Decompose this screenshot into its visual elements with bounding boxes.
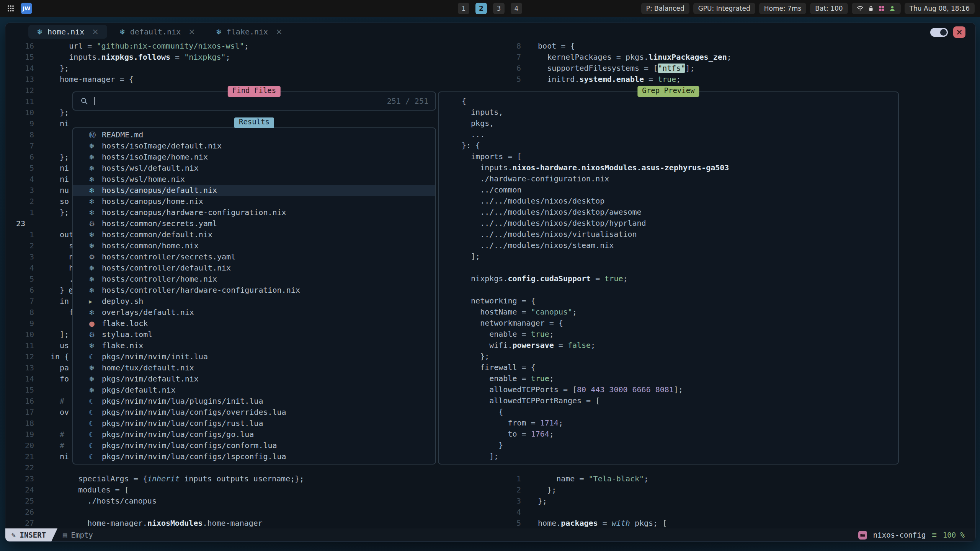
result-item[interactable]: ☾pkgs/nvim/nvim/lua/configs/rust.lua xyxy=(73,418,435,429)
code-text xyxy=(34,96,51,107)
result-item[interactable]: ☾pkgs/nvim/nvim/lua/plugins/init.lua xyxy=(73,396,435,407)
topbar-modules: P: BalancedGPU: IntegratedHome: 7msBat: … xyxy=(641,3,848,14)
code-text: networkmanager = { xyxy=(445,318,563,329)
code-text: outp xyxy=(34,229,78,240)
line-number: 21 xyxy=(5,451,34,462)
code-text: }; xyxy=(34,63,69,74)
result-item[interactable]: ❄hosts/canopus/hardware-configuration.ni… xyxy=(73,207,435,218)
user-icon[interactable] xyxy=(889,5,896,12)
line-number: 13 xyxy=(5,362,34,373)
result-item[interactable]: ❄hosts/common/default.nix xyxy=(73,229,435,240)
result-item[interactable]: ❄hosts/isoImage/home.nix xyxy=(73,152,435,163)
result-item[interactable]: ⚙hosts/controller/secrets.yaml xyxy=(73,251,435,262)
wifi-icon[interactable] xyxy=(857,5,864,12)
code-text: ni xyxy=(34,174,69,185)
result-label: pkgs/default.nix xyxy=(102,385,176,396)
result-item[interactable]: ❄flake.nix xyxy=(73,340,435,351)
preview-panel: { inputs, pkgs, ...}: { imports = [ inpu… xyxy=(438,91,899,465)
code-text: { xyxy=(445,96,466,107)
result-item[interactable]: ☾pkgs/nvim/nvim/lua/configs/lspconfig.lu… xyxy=(73,451,435,462)
screenshare-icon[interactable] xyxy=(878,5,885,12)
file-segment: ▤ Empty xyxy=(63,531,93,539)
apps-grid-icon[interactable] xyxy=(7,5,15,12)
code-text: inputs.nixpkgs.follows = "nixpkgs"; xyxy=(34,52,230,63)
line-number: 5 xyxy=(510,518,521,529)
tab-close-icon[interactable]: × xyxy=(188,27,195,36)
line-number: 22 xyxy=(5,462,34,473)
code-text: boot = { xyxy=(521,41,575,52)
code-line: imports = [ xyxy=(445,151,729,162)
result-item[interactable]: ❄hosts/wsl/home.nix xyxy=(73,174,435,185)
code-line: enable = true; xyxy=(445,329,729,340)
code-text xyxy=(34,507,51,518)
code-text xyxy=(34,418,51,429)
tab-home-nix[interactable]: ❄home.nix× xyxy=(28,25,107,39)
code-line: 25 ./hosts/canopus xyxy=(5,496,510,507)
result-item[interactable]: ▸deploy.sh xyxy=(73,296,435,307)
code-text: }; xyxy=(521,496,547,507)
tab-close-icon[interactable]: × xyxy=(276,27,283,36)
workspace-button-2[interactable]: 2 xyxy=(475,3,487,14)
folder-icon xyxy=(858,531,867,540)
repo-name[interactable]: nixos-config xyxy=(873,531,926,539)
code-line: nixpkgs.config.cudaSupport = true; xyxy=(445,273,729,284)
right-top-editor-pane[interactable]: 8 boot = {7 kernelPackages = pkgs.linuxP… xyxy=(510,41,975,85)
code-text: fo xyxy=(34,373,69,385)
result-item[interactable]: ☾pkgs/nvim/nvim/init.lua xyxy=(73,351,435,362)
result-item[interactable]: ☾pkgs/nvim/nvim/lua/configs/go.lua xyxy=(73,429,435,440)
nix-icon: ❄ xyxy=(89,152,102,163)
lock-icon[interactable] xyxy=(867,5,874,12)
code-text: ./hosts/canopus xyxy=(34,496,157,507)
line-number: 11 xyxy=(5,96,34,107)
nix-icon: ❄ xyxy=(89,373,102,385)
result-item[interactable]: ☾pkgs/nvim/nvim/lua/configs/overrides.lu… xyxy=(73,407,435,418)
code-text: kernelPackages = pkgs.linuxPackages_zen; xyxy=(521,52,732,63)
workspace-button-4[interactable]: 4 xyxy=(511,3,522,14)
workspace-button-1[interactable]: 1 xyxy=(458,3,469,14)
line-number: 2 xyxy=(510,484,521,496)
right-bottom-editor-pane[interactable]: 1 name = "Tela-black";2 };3 };45 home.pa… xyxy=(510,473,975,529)
result-item[interactable]: ❄hosts/controller/hardware-configuration… xyxy=(73,285,435,296)
mode-label: INSERT xyxy=(20,531,46,539)
result-item[interactable]: ☾pkgs/nvim/nvim/lua/configs/conform.lua xyxy=(73,440,435,451)
code-text: ni xyxy=(34,251,78,262)
code-line: ./hardware-configuration.nix xyxy=(445,173,729,184)
code-text: fo xyxy=(34,307,78,318)
tab-default-nix[interactable]: ❄default.nix× xyxy=(111,25,204,39)
window-close-button[interactable]: × xyxy=(953,26,965,38)
code-text: in xyxy=(34,296,69,307)
clock[interactable]: Thu Aug 08, 18:16 xyxy=(905,3,975,14)
result-item[interactable]: ⚙hosts/common/secrets.yaml xyxy=(73,218,435,229)
result-item[interactable]: ❄pkgs/default.nix xyxy=(73,385,435,396)
tab-flake-nix[interactable]: ❄flake.nix× xyxy=(207,25,291,39)
workspace-button-3[interactable]: 3 xyxy=(493,3,505,14)
code-line: 13 home-manager = { xyxy=(5,74,510,85)
code-text: ./hardware-configuration.nix xyxy=(445,173,609,184)
result-item[interactable]: ❄overlays/default.nix xyxy=(73,307,435,318)
code-text: ]; xyxy=(445,251,480,262)
result-item[interactable]: ●flake.lock xyxy=(73,318,435,329)
result-item[interactable]: ❄hosts/controller/home.nix xyxy=(73,274,435,285)
result-item[interactable]: ❄hosts/common/home.nix xyxy=(73,240,435,251)
result-item[interactable]: ❄hosts/controller/default.nix xyxy=(73,262,435,274)
code-text: allowedTCPPortRanges = [ xyxy=(445,395,600,406)
tab-close-icon[interactable]: × xyxy=(92,27,99,36)
result-label: hosts/wsl/default.nix xyxy=(102,163,199,174)
result-item[interactable]: ⓂREADME.md xyxy=(73,129,435,140)
window-pin-toggle[interactable] xyxy=(930,28,948,37)
tab-label: flake.nix xyxy=(227,27,268,36)
result-item[interactable]: ⚙stylua.toml xyxy=(73,329,435,340)
line-number: 2 xyxy=(5,240,34,251)
result-item[interactable]: ❄hosts/isoImage/default.nix xyxy=(73,140,435,152)
nix-icon: ❄ xyxy=(89,285,102,296)
code-text: name = "Tela-black"; xyxy=(521,473,648,484)
result-item[interactable]: ❄hosts/canopus/default.nix xyxy=(73,185,435,196)
result-item[interactable]: ❄home/tux/default.nix xyxy=(73,362,435,373)
result-item[interactable]: ❄hosts/wsl/default.nix xyxy=(73,163,435,174)
nix-icon: ❄ xyxy=(89,307,102,318)
code-text: }; xyxy=(445,351,489,362)
logo-badge[interactable]: JW xyxy=(21,3,32,14)
result-item[interactable]: ❄hosts/canopus/home.nix xyxy=(73,196,435,207)
line-number: 4 xyxy=(510,507,521,518)
result-item[interactable]: ❄pkgs/nvim/default.nix xyxy=(73,373,435,385)
